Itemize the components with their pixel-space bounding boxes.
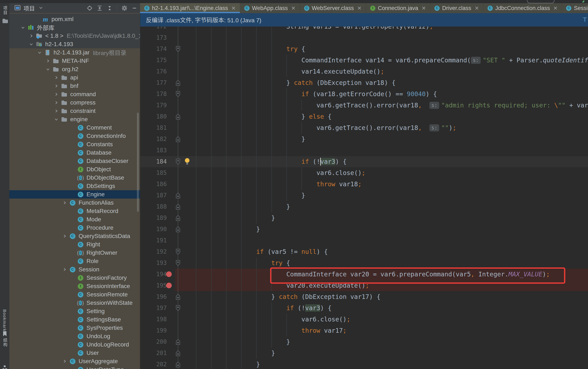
tree-item-databasecloser[interactable]: CDatabaseCloser [70, 157, 128, 165]
tree-item-user[interactable]: CUser [70, 349, 99, 357]
tree-item-userdatatype[interactable]: CUserDataType [70, 365, 124, 369]
editor-tab[interactable]: Ch2-1.4.193.jar!\...\Engine.class✕ [140, 3, 240, 13]
code-line-185[interactable]: var6.close(); [316, 167, 365, 179]
tree-item-sessionwithstate[interactable]: (C)SessionWithState [70, 299, 133, 307]
code-line-177[interactable]: } catch (DbException var18) { [286, 77, 396, 88]
fold-start-icon[interactable] [175, 159, 181, 166]
tree-item-dbobjectbase[interactable]: (C)DbObjectBase [70, 174, 124, 182]
tree-item-h2-1-4-193-jar[interactable]: h2-1.4.193.jarlibrary根目录 [37, 48, 126, 57]
code-line-199[interactable]: throw var17; [301, 325, 347, 336]
fold-end-icon[interactable] [175, 226, 181, 233]
code-line-181[interactable]: var6.getTrace().error(var18, s:""); [316, 122, 456, 133]
fold-end-icon[interactable] [175, 136, 181, 143]
editor-tab[interactable]: CWebServer.class✕ [300, 3, 366, 13]
tree-item--1-8-[interactable]: < 1.8 >E:\Tools\Env\Java\jdk1.8.0_181 [28, 32, 140, 40]
tree-item-metarecord[interactable]: CMetaRecord [70, 207, 118, 215]
code-line-197[interactable]: if (!var3) { [286, 302, 332, 314]
tree-item-api[interactable]: api [53, 73, 78, 82]
breakpoint-icon[interactable] [166, 283, 172, 288]
tree-item-sessionfactory[interactable]: ISessionFactory [70, 274, 127, 282]
chevron-right-icon[interactable] [61, 267, 68, 272]
line-number[interactable]: 194 [140, 269, 167, 280]
tree-item-sysproperties[interactable]: CSysProperties [70, 324, 123, 332]
tree-item-mode[interactable]: CMode [70, 215, 101, 224]
chevron-down-icon[interactable] [45, 67, 51, 72]
fold-start-icon[interactable] [175, 249, 181, 256]
line-number[interactable]: 173 [140, 32, 167, 43]
chevron-down-icon[interactable] [28, 42, 34, 47]
tree-item-sessionremote[interactable]: CSessionRemote [70, 290, 128, 299]
fold-end-icon[interactable] [175, 192, 181, 199]
fold-end-icon[interactable] [175, 80, 181, 87]
fold-start-icon[interactable] [175, 305, 181, 312]
line-number[interactable]: 178 [140, 88, 167, 100]
fold-end-icon[interactable] [175, 215, 181, 222]
code-line-198[interactable]: var6.close(); [301, 314, 350, 325]
rail-structure-button[interactable]: 结构 [2, 338, 8, 347]
close-icon[interactable]: ✕ [421, 5, 426, 11]
code-line-174[interactable]: try { [286, 43, 305, 55]
chevron-down-icon[interactable] [37, 50, 43, 55]
line-number[interactable]: 199 [140, 325, 167, 336]
tree-item-h2-1-4-193[interactable]: h2-1.4.193 [28, 40, 73, 48]
line-number[interactable]: 182 [140, 133, 167, 145]
line-number[interactable]: 184 [140, 156, 167, 167]
chevron-right-icon[interactable] [53, 92, 60, 97]
chevron-right-icon[interactable] [28, 34, 34, 38]
line-number[interactable]: 192 [140, 246, 167, 257]
chevron-down-icon[interactable] [53, 117, 60, 122]
tree-item-settingsbase[interactable]: CSettingsBase [70, 315, 121, 324]
tree-item-procedure[interactable]: CProcedure [70, 224, 113, 232]
fold-end-icon[interactable] [175, 294, 181, 301]
tree-item-querystatisticsdata[interactable]: CQueryStatisticsData [61, 232, 130, 240]
line-number[interactable]: 196 [140, 291, 167, 302]
editor-tab[interactable]: CDriver.class✕ [430, 3, 483, 13]
line-number[interactable]: 198 [140, 314, 167, 325]
line-number[interactable]: 193 [140, 257, 167, 269]
line-number[interactable]: 201 [140, 348, 167, 359]
code-line-182[interactable]: } [301, 133, 305, 145]
chevron-down-icon[interactable] [20, 25, 26, 30]
banner-link-partial[interactable]: T [583, 16, 587, 23]
tree-item-undolog[interactable]: CUndoLog [70, 332, 110, 340]
line-number[interactable]: 197 [140, 302, 167, 314]
fold-end-icon[interactable] [175, 204, 181, 211]
tree-item-database[interactable]: CDatabase [70, 149, 111, 157]
bookmark-icon[interactable] [2, 331, 8, 338]
run-widget-partial[interactable] [527, 0, 554, 3]
chevron-right-icon[interactable] [53, 84, 60, 88]
code-line-200[interactable]: } [286, 336, 290, 348]
rail-bookmarks-button[interactable]: Bookmarks [2, 309, 7, 334]
chevron-right-icon[interactable] [45, 59, 51, 63]
line-number[interactable]: 200 [140, 336, 167, 348]
line-number[interactable]: 186 [140, 179, 167, 190]
tree-item-role[interactable]: CRole [70, 257, 99, 265]
code-line-179[interactable]: var6.getTrace().error(var18, s:"admin ri… [316, 100, 588, 111]
tree-scrollbar[interactable] [137, 113, 139, 212]
line-number[interactable]: 195 [140, 280, 167, 291]
structure-icon[interactable] [2, 365, 8, 369]
code-line-202[interactable]: } [256, 359, 260, 369]
tree-item-dbsettings[interactable]: CDbSettings [70, 182, 115, 190]
tree-item-command[interactable]: command [53, 90, 96, 98]
tree-item-pom-xml[interactable]: mpom.xml [34, 15, 74, 23]
code-line-178[interactable]: if (var18.getErrorCode() == 90040) { [301, 88, 437, 100]
line-number[interactable]: 202 [140, 359, 167, 369]
code-line-180[interactable]: } else { [301, 111, 332, 122]
editor-tab[interactable]: CJdbcConnection.class✕ [483, 3, 562, 13]
line-number[interactable]: 174 [140, 43, 167, 55]
tree-item-meta-inf[interactable]: META-INF [45, 57, 89, 65]
close-icon[interactable]: ✕ [553, 5, 558, 11]
fold-start-icon[interactable] [175, 46, 181, 53]
rail-project-button[interactable]: 项目 [2, 6, 8, 15]
line-number[interactable]: 176 [140, 66, 167, 77]
tree-item-setting[interactable]: CSetting [70, 307, 105, 315]
tree-item-engine[interactable]: engine [53, 115, 88, 123]
tree-item-sessioninterface[interactable]: ISessionInterface [70, 282, 130, 290]
chevron-right-icon[interactable] [53, 100, 60, 105]
line-number[interactable]: 181 [140, 122, 167, 133]
tree-item-session[interactable]: CSession [61, 265, 100, 274]
code-line-190[interactable]: } [256, 224, 260, 235]
close-icon[interactable]: ✕ [475, 5, 479, 11]
intention-bulb-icon[interactable] [184, 158, 190, 166]
